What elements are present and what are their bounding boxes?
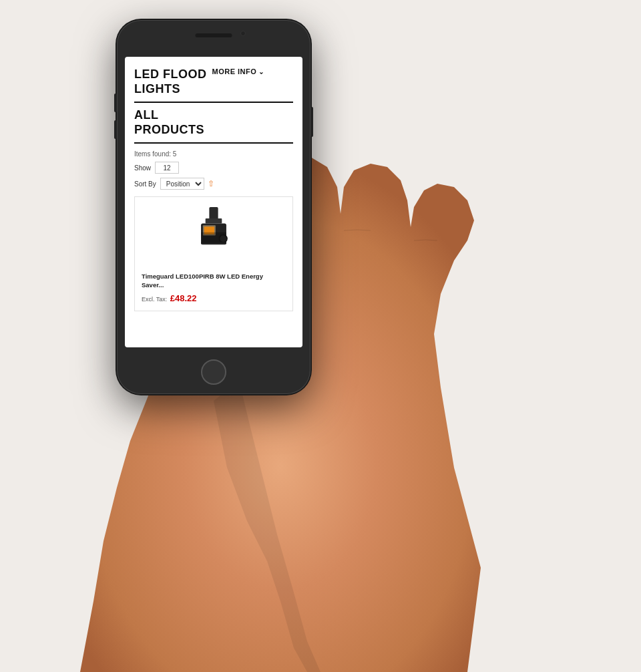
screen-content: LED FLOOD LIGHTS MORE INFO ⌄ ALL PRODUCT… bbox=[125, 57, 302, 322]
show-label: Show bbox=[134, 164, 151, 172]
show-row: Show bbox=[134, 162, 293, 174]
sort-arrow-icon[interactable]: ⇧ bbox=[208, 179, 214, 188]
page-header-row: LED FLOOD LIGHTS MORE INFO ⌄ bbox=[134, 67, 293, 96]
chevron-down-icon: ⌄ bbox=[258, 68, 264, 75]
product-name[interactable]: Timeguard LED100PIRB 8W LED Energy Saver… bbox=[142, 273, 286, 289]
product-price-row: Excl. Tax: £48.22 bbox=[142, 292, 286, 304]
title-divider bbox=[134, 102, 293, 103]
product-image-svg bbox=[190, 206, 237, 266]
price-label: Excl. Tax: bbox=[142, 296, 167, 303]
phone-camera bbox=[240, 31, 246, 36]
hand-illustration bbox=[0, 0, 641, 672]
page-title: LED FLOOD LIGHTS bbox=[134, 67, 207, 96]
product-price: £48.22 bbox=[170, 293, 197, 303]
section-divider bbox=[134, 142, 293, 144]
sort-by-label: Sort By bbox=[134, 180, 156, 188]
section-title: ALL PRODUCTS bbox=[134, 108, 293, 137]
product-image bbox=[142, 204, 286, 267]
phone-speaker bbox=[196, 33, 232, 37]
sort-row: Sort By Position ⇧ bbox=[134, 178, 293, 190]
volume-up-button bbox=[114, 94, 117, 112]
svg-rect-1 bbox=[206, 218, 222, 224]
product-card[interactable]: Timeguard LED100PIRB 8W LED Energy Saver… bbox=[134, 196, 293, 311]
show-input[interactable] bbox=[155, 162, 179, 174]
items-found-label: Items found: 5 bbox=[134, 150, 293, 158]
phone-screen: LED FLOOD LIGHTS MORE INFO ⌄ ALL PRODUCT… bbox=[125, 57, 302, 347]
svg-rect-8 bbox=[201, 242, 226, 244]
power-button bbox=[310, 107, 313, 137]
sort-select[interactable]: Position bbox=[160, 178, 204, 190]
home-button[interactable] bbox=[201, 359, 226, 385]
volume-down-button bbox=[114, 120, 117, 139]
scene: LED FLOOD LIGHTS MORE INFO ⌄ ALL PRODUCT… bbox=[0, 0, 641, 672]
more-info-button[interactable]: MORE INFO ⌄ bbox=[212, 67, 264, 75]
page-title-text: LED FLOOD LIGHTS bbox=[134, 67, 207, 96]
phone-device: LED FLOOD LIGHTS MORE INFO ⌄ ALL PRODUCT… bbox=[117, 20, 310, 394]
